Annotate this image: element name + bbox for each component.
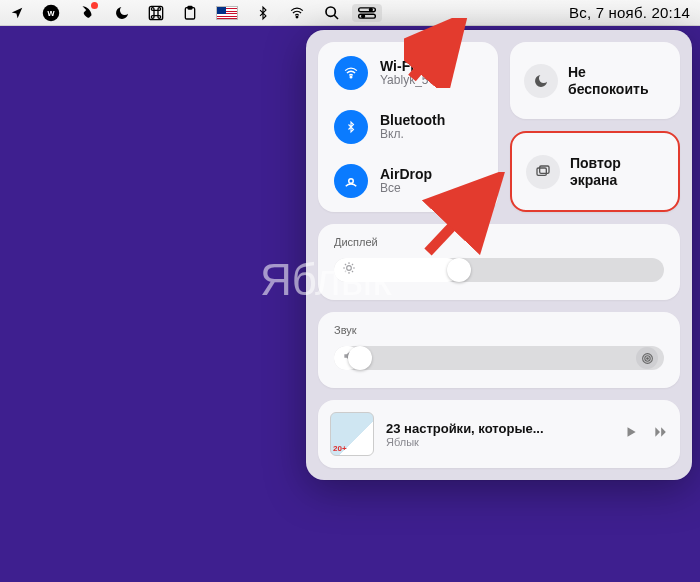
command-icon[interactable] [148, 5, 164, 21]
bluetooth-icon[interactable] [256, 5, 270, 21]
wifi-icon[interactable] [288, 6, 306, 20]
sound-title: Звук [334, 324, 664, 336]
wifi-toggle[interactable]: Wi-Fi Yablyk_5G [334, 56, 482, 90]
svg-rect-4 [188, 6, 192, 9]
sound-card: Звук [318, 312, 680, 388]
clock[interactable]: Вс, 7 нояб. 20:14 [569, 4, 690, 21]
svg-point-11 [350, 76, 352, 78]
input-flag-icon[interactable] [216, 6, 238, 20]
airplay-audio-icon[interactable] [636, 347, 658, 369]
svg-point-12 [349, 179, 354, 184]
bluetooth-toggle[interactable]: Bluetooth Вкл. [334, 110, 482, 144]
airdrop-sub: Все [380, 182, 432, 196]
svg-point-15 [347, 266, 352, 271]
display-thumb[interactable] [447, 258, 471, 282]
sun-icon [342, 261, 356, 279]
svg-point-10 [362, 14, 365, 17]
spotlight-icon[interactable] [324, 5, 340, 21]
play-icon[interactable] [624, 425, 638, 443]
now-playing-source: Яблык [386, 436, 612, 448]
airdrop-icon [334, 164, 368, 198]
connectivity-card: Wi-Fi Yablyk_5G Bluetooth Вкл. AirDrop [318, 42, 498, 212]
dnd-moon-icon[interactable] [114, 5, 130, 21]
svg-rect-13 [537, 168, 546, 175]
svg-text:w: w [46, 8, 55, 18]
cc-side-column: Не беспокоить Повтор экрана [510, 42, 680, 212]
display-slider[interactable] [334, 258, 664, 282]
now-playing-artwork [330, 412, 374, 456]
screen-mirroring-tile[interactable]: Повтор экрана [510, 131, 680, 212]
sound-slider[interactable] [334, 346, 664, 370]
airdrop-title: AirDrop [380, 166, 432, 182]
svg-point-6 [326, 7, 335, 16]
wifi-icon [334, 56, 368, 90]
airdrop-toggle[interactable]: AirDrop Все [334, 164, 482, 198]
now-playing-controls [624, 425, 668, 443]
control-center-icon[interactable] [352, 4, 382, 22]
bluetooth-sub: Вкл. [380, 128, 445, 142]
vk-icon[interactable]: w [42, 4, 60, 22]
svg-point-5 [296, 16, 298, 18]
menubar: w Вс, 7 нояб. 20:14 [0, 0, 700, 26]
moon-icon [524, 64, 558, 98]
control-center: Wi-Fi Yablyk_5G Bluetooth Вкл. AirDrop [306, 30, 692, 480]
screen-mirror-label: Повтор экрана [570, 155, 621, 189]
display-title: Дисплей [334, 236, 664, 248]
viber-icon[interactable] [78, 4, 96, 22]
location-icon[interactable] [10, 6, 24, 20]
bluetooth-title: Bluetooth [380, 112, 445, 128]
next-track-icon[interactable] [652, 425, 668, 443]
screen-mirror-icon [526, 155, 560, 189]
dnd-tile[interactable]: Не беспокоить [510, 42, 680, 119]
bluetooth-icon [334, 110, 368, 144]
wifi-title: Wi-Fi [380, 58, 438, 74]
sound-thumb[interactable] [348, 346, 372, 370]
svg-point-8 [369, 8, 372, 11]
wifi-sub: Yablyk_5G [380, 74, 438, 88]
clipboard-icon[interactable] [182, 5, 198, 21]
now-playing-title: 23 настройки, которые... [386, 421, 612, 436]
svg-point-18 [646, 357, 648, 359]
now-playing-card[interactable]: 23 настройки, которые... Яблык [318, 400, 680, 468]
display-card: Дисплей [318, 224, 680, 300]
svg-rect-14 [540, 166, 549, 173]
dnd-label: Не беспокоить [568, 64, 649, 98]
cc-top-row: Wi-Fi Yablyk_5G Bluetooth Вкл. AirDrop [318, 42, 680, 212]
